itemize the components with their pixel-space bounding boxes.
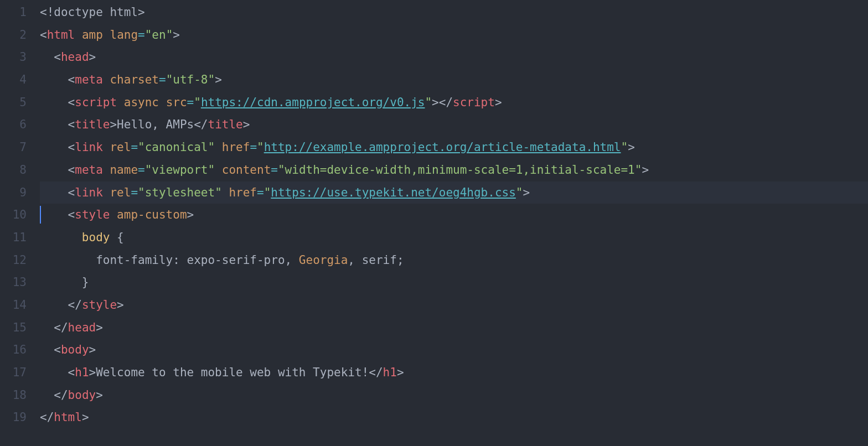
token-attr: href — [229, 186, 257, 199]
token-p: > — [89, 343, 96, 356]
token-str: "width=device-width,minimum-scale=1,init… — [278, 163, 642, 177]
token-str: "canonical" — [138, 141, 215, 154]
code-line[interactable]: body { — [40, 226, 868, 249]
code-line[interactable]: </body> — [40, 384, 868, 407]
token-p — [215, 163, 222, 177]
token-tag: body — [61, 343, 89, 356]
token-p: </ — [40, 411, 54, 424]
line-number: 2 — [0, 24, 27, 46]
token-tag: script — [453, 96, 495, 109]
code-area[interactable]: <!doctype html><html amp lang="en"> <hea… — [40, 0, 868, 446]
token-attr: rel — [110, 141, 131, 154]
token-op: = — [257, 186, 264, 199]
token-text: Welcome to the mobile web with Typekit! — [96, 366, 369, 379]
token-p: > — [495, 96, 502, 109]
code-line[interactable]: <body> — [40, 339, 868, 361]
code-editor[interactable]: 12345678910111213141516171819 <!doctype … — [0, 0, 868, 446]
code-line[interactable]: <style amp-custom> — [40, 204, 868, 226]
token-p: > — [89, 366, 96, 379]
indent — [40, 343, 54, 356]
token-p: ></ — [432, 96, 453, 109]
token-str: "viewport" — [145, 163, 215, 177]
line-number: 1 — [0, 1, 27, 24]
token-p: < — [68, 96, 75, 109]
code-line[interactable]: <head> — [40, 46, 868, 69]
token-p: < — [68, 366, 75, 379]
token-attr: rel — [110, 186, 131, 199]
token-tag: script — [75, 96, 117, 109]
code-line[interactable]: <html amp lang="en"> — [40, 24, 868, 46]
token-p: > — [187, 208, 194, 221]
indent — [40, 366, 68, 379]
code-line[interactable]: <h1>Welcome to the mobile web with Typek… — [40, 361, 868, 384]
text-cursor — [40, 206, 41, 224]
code-line[interactable]: </style> — [40, 294, 868, 317]
token-op: = — [131, 141, 138, 154]
token-p — [103, 28, 110, 42]
token-tag: head — [68, 321, 96, 334]
token-str: " — [257, 141, 264, 154]
token-p: > — [243, 118, 250, 131]
token-p: > — [110, 118, 117, 131]
token-p: , — [348, 253, 361, 267]
token-str: "utf-8" — [166, 73, 215, 86]
token-p — [215, 141, 222, 154]
line-number: 8 — [0, 159, 27, 181]
code-line[interactable]: font-family: expo-serif-pro, Georgia, se… — [40, 249, 868, 272]
token-tag: h1 — [75, 366, 89, 379]
code-line[interactable]: <title>Hello, AMPs</title> — [40, 113, 868, 136]
token-p: ; — [397, 253, 404, 267]
token-attr: content — [222, 163, 271, 177]
line-number: 15 — [0, 317, 27, 339]
token-op: = — [131, 186, 138, 199]
line-number: 9 — [0, 181, 27, 204]
indent — [40, 50, 54, 64]
line-number: 5 — [0, 91, 27, 114]
token-p: > — [89, 50, 96, 64]
token-p: </ — [54, 321, 68, 334]
line-number: 17 — [0, 361, 27, 384]
token-tag: style — [75, 208, 110, 221]
token-p — [103, 141, 110, 154]
indent — [40, 141, 68, 154]
code-line[interactable]: <meta name="viewport" content="width=dev… — [40, 159, 868, 181]
token-tag: h1 — [383, 366, 397, 379]
token-p: , — [285, 253, 299, 267]
token-p: <! — [40, 6, 54, 19]
token-tag: link — [75, 186, 103, 199]
code-line[interactable]: } — [40, 271, 868, 294]
token-p: < — [68, 186, 75, 199]
token-url: https://cdn.ampproject.org/v0.js — [201, 96, 425, 109]
code-line[interactable]: <meta charset="utf-8"> — [40, 69, 868, 91]
line-number: 10 — [0, 204, 27, 226]
token-p — [75, 28, 82, 42]
token-p — [103, 73, 110, 86]
indent — [40, 253, 96, 267]
token-str: " — [425, 96, 432, 109]
code-line[interactable]: <!doctype html> — [40, 1, 868, 24]
token-p: > — [628, 141, 635, 154]
token-p: < — [68, 73, 75, 86]
token-url: http://example.ampproject.org/article-me… — [264, 141, 621, 154]
token-p: > — [397, 366, 404, 379]
token-url: https://use.typekit.net/oeg4hgb.css — [271, 186, 516, 199]
line-number: 7 — [0, 136, 27, 159]
token-css-sel: body — [82, 231, 110, 244]
token-p: : — [173, 253, 187, 267]
token-p: > — [642, 163, 649, 177]
token-css-val: expo-serif-pro — [187, 253, 285, 267]
code-line[interactable]: </html> — [40, 406, 868, 429]
line-number: 16 — [0, 339, 27, 361]
code-line[interactable]: </head> — [40, 317, 868, 339]
token-op: = — [138, 163, 145, 177]
token-doctype: doctype html — [54, 6, 138, 19]
code-line[interactable]: <script async src="https://cdn.ampprojec… — [40, 91, 868, 114]
token-p: > — [82, 411, 89, 424]
token-str: " — [621, 141, 628, 154]
token-tag: meta — [75, 73, 103, 86]
code-line[interactable]: <link rel="canonical" href="http://examp… — [40, 136, 868, 159]
token-op: = — [250, 141, 257, 154]
token-p: } — [82, 276, 89, 289]
token-p: < — [68, 141, 75, 154]
token-css-val-special: Georgia — [299, 253, 348, 267]
